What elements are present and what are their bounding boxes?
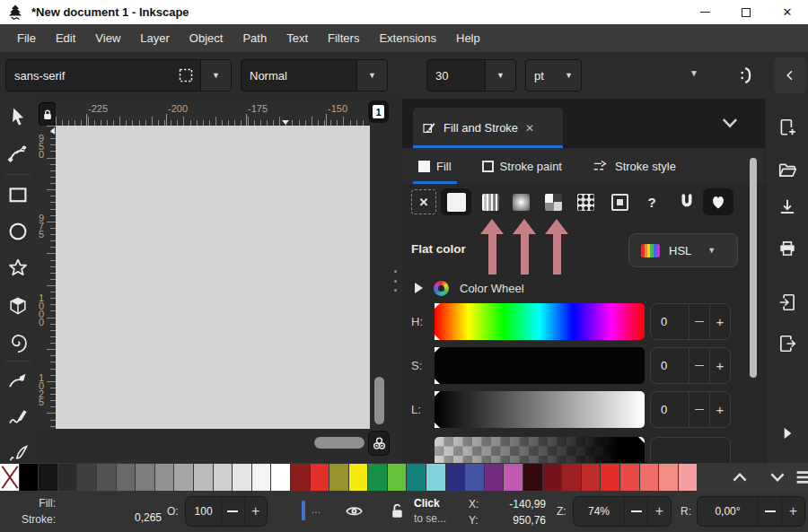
zoom-increase-button[interactable]: + [647,497,671,526]
palette-swatch[interactable] [97,464,116,491]
menu-text[interactable]: Text [277,31,318,45]
rotation-decrease-button[interactable] [758,497,781,526]
palette-swatch[interactable] [329,464,348,491]
vertical-ruler[interactable]: 95097510001025 [36,126,56,429]
vertical-scrollbar-thumb[interactable] [374,377,384,424]
tab-fill[interactable]: Fill [409,148,461,184]
menu-help[interactable]: Help [446,31,490,45]
panel-collapse-chevron-icon[interactable] [718,111,742,135]
font-family-dropdown-arrow[interactable]: ▼ [200,60,231,91]
fill-rule-nonzero-button[interactable] [703,188,733,215]
slider-spinbox[interactable]: 0+ [650,303,731,340]
expand-commands-button[interactable] [777,423,797,443]
pattern-button[interactable] [573,188,598,215]
slider-track[interactable] [435,391,645,428]
rotation-increase-button[interactable]: + [781,497,804,526]
menu-view[interactable]: View [85,31,130,45]
layer-visibility-toggle[interactable] [345,501,364,520]
layer-color-indicator[interactable] [302,501,305,520]
decrease-button[interactable] [689,392,709,427]
menu-path[interactable]: Path [233,31,277,45]
palette-swatch[interactable] [349,464,368,491]
zoom-spinbox[interactable]: 74% + [573,496,672,527]
tab-stroke-paint[interactable]: Stroke paint [473,148,571,184]
palette-swatch[interactable] [117,464,136,491]
palette-swatch[interactable] [194,464,213,491]
menu-filters[interactable]: Filters [318,31,369,45]
palette-swatch[interactable] [562,464,581,491]
save-document-button[interactable] [777,197,797,217]
snap-bar-toggle[interactable] [774,57,806,93]
palette-swatch[interactable] [291,464,310,491]
horizontal-scrollbar[interactable] [56,432,370,455]
palette-swatch[interactable] [659,464,678,491]
fill-rule-evenodd-button[interactable] [672,188,701,215]
box-3d-tool[interactable] [7,295,29,317]
minimize-button[interactable] [684,0,725,24]
page-indicator-button[interactable]: 1 [368,100,389,123]
swatch-button[interactable] [607,188,632,215]
canvas[interactable] [56,126,370,429]
rotation-value[interactable]: 0,00° [698,497,758,526]
radial-gradient-button[interactable] [508,188,533,215]
font-size-combo[interactable]: 30 ▼ [426,59,516,92]
node-editor-tool[interactable] [7,144,29,165]
menu-edit[interactable]: Edit [46,31,85,45]
menu-object[interactable]: Object [180,31,233,45]
rotation-spinbox[interactable]: 0,00° + [697,496,805,527]
color-wheel-expander[interactable]: Color Wheel [415,276,524,300]
slider-track[interactable] [435,303,645,340]
menu-extensions[interactable]: Extensions [369,31,446,45]
spiral-tool[interactable] [7,332,29,353]
palette-swatch[interactable] [679,464,698,491]
increase-button[interactable]: + [709,392,730,427]
maximize-button[interactable] [725,0,767,24]
alpha-spinbox[interactable] [650,437,731,463]
palette-swatch[interactable] [485,464,504,491]
palette-swatch[interactable] [311,464,329,491]
menu-layer[interactable]: Layer [130,31,180,45]
unknown-paint-button[interactable]: ? [639,188,664,215]
layer-lock-toggle[interactable] [388,501,407,520]
panel-resize-grip[interactable] [392,270,398,292]
no-paint-button[interactable]: ✕ [409,188,438,215]
menu-file[interactable]: File [7,31,46,45]
vertical-scrollbar[interactable] [372,126,388,429]
slider-spinbox[interactable]: 0+ [650,347,731,384]
pencil-tool[interactable] [7,406,29,428]
palette-swatch[interactable] [640,464,659,491]
palette-swatch[interactable] [620,464,639,491]
toolbar-overflow-dropdown[interactable]: ▼ [689,68,698,78]
print-document-button[interactable] [777,239,797,258]
pen-tool[interactable] [7,370,29,391]
opacity-decrease-button[interactable] [221,497,243,526]
palette-swatch[interactable] [271,464,290,491]
export-document-button[interactable] [777,334,797,353]
palette-scroll-up-button[interactable] [729,467,751,488]
horizontal-scrollbar-thumb[interactable] [314,437,364,449]
text-orientation-icon[interactable] [736,65,758,86]
palette-menu-button[interactable] [794,467,808,488]
opacity-value[interactable]: 100 [186,497,221,526]
slider-spinbox[interactable]: 0+ [650,391,731,428]
opacity-increase-button[interactable]: + [244,497,267,526]
mesh-gradient-button[interactable] [540,188,566,215]
palette-swatch[interactable] [601,464,619,491]
decrease-button[interactable] [689,348,709,383]
palette-swatch[interactable] [426,464,445,491]
palette-swatch[interactable] [543,464,562,491]
import-document-button[interactable] [777,292,797,312]
ellipse-tool[interactable] [7,221,29,242]
lock-guides-button[interactable] [39,102,57,126]
palette-swatch[interactable] [39,464,57,491]
zoom-decrease-button[interactable] [624,497,647,526]
star-tool[interactable] [7,257,29,279]
palette-swatch-none[interactable] [0,464,19,491]
palette-swatch[interactable] [446,464,465,491]
palette-swatch[interactable] [77,464,96,491]
stroke-width-value[interactable]: 0,265 [122,511,162,524]
rectangle-tool[interactable] [7,184,29,205]
palette-swatch[interactable] [58,464,77,491]
selector-tool[interactable] [7,106,29,127]
font-family-combo[interactable]: sans-serif ▼ [5,59,232,92]
